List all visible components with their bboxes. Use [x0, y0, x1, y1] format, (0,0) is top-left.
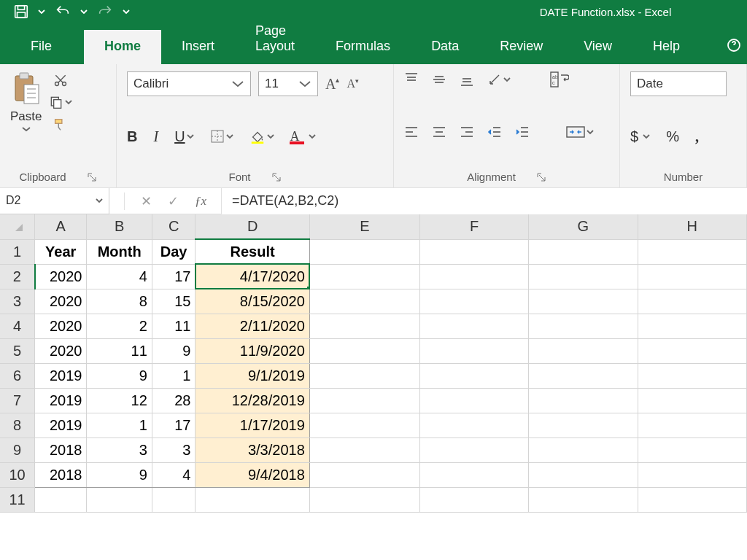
cell[interactable]: [419, 388, 528, 413]
cell[interactable]: 17: [152, 264, 196, 289]
cell[interactable]: Year: [35, 239, 87, 264]
col-header-E[interactable]: E: [309, 214, 419, 239]
undo-dropdown[interactable]: [80, 8, 88, 15]
cell[interactable]: 2018: [35, 462, 87, 487]
align-top-icon[interactable]: [404, 72, 419, 87]
cell[interactable]: [309, 487, 419, 512]
italic-button[interactable]: I: [153, 128, 158, 145]
number-format-combo[interactable]: Date: [630, 71, 727, 96]
cell[interactable]: [419, 487, 528, 512]
cell[interactable]: [419, 289, 528, 314]
qat-customize-dropdown[interactable]: [123, 8, 130, 15]
increase-indent-icon[interactable]: [515, 125, 530, 139]
cell[interactable]: [529, 314, 638, 338]
row-header[interactable]: 5: [0, 338, 35, 363]
cell[interactable]: [638, 314, 746, 338]
cell[interactable]: 17: [152, 413, 196, 438]
cell[interactable]: Result: [196, 239, 309, 264]
cell[interactable]: [529, 388, 638, 413]
cell[interactable]: [529, 438, 638, 462]
row-header[interactable]: 7: [0, 388, 35, 413]
cell[interactable]: [529, 289, 638, 314]
tab-review[interactable]: Review: [479, 30, 563, 64]
decrease-indent-icon[interactable]: [487, 125, 502, 139]
cell[interactable]: [419, 314, 528, 338]
cell[interactable]: [419, 239, 528, 264]
cell[interactable]: [529, 338, 638, 363]
col-header-F[interactable]: F: [419, 214, 528, 239]
cell[interactable]: [309, 239, 419, 264]
cell[interactable]: 2/11/2020: [196, 314, 309, 338]
cell[interactable]: [529, 264, 638, 289]
underline-button[interactable]: U: [174, 128, 193, 145]
cell[interactable]: [309, 438, 419, 462]
cell[interactable]: [638, 264, 746, 289]
tab-help[interactable]: Help: [632, 30, 700, 64]
tell-me-button[interactable]: T: [725, 36, 747, 64]
cell[interactable]: 9/4/2018: [196, 462, 309, 487]
cell[interactable]: [638, 239, 746, 264]
cell[interactable]: Month: [87, 239, 152, 264]
cell[interactable]: [309, 363, 419, 388]
font-size-combo[interactable]: 11: [258, 71, 318, 96]
qat-save-dropdown[interactable]: [38, 8, 45, 15]
cell[interactable]: 9: [152, 338, 196, 363]
cell[interactable]: 3: [87, 438, 152, 462]
cell[interactable]: [309, 462, 419, 487]
merge-center-button[interactable]: [566, 125, 594, 139]
cell[interactable]: [419, 264, 528, 289]
cell[interactable]: 2: [87, 314, 152, 338]
font-name-combo[interactable]: Calibri: [127, 71, 251, 96]
enter-formula-icon[interactable]: ✓: [168, 193, 179, 209]
cell[interactable]: [638, 388, 746, 413]
cell[interactable]: [309, 289, 419, 314]
tab-formulas[interactable]: Formulas: [315, 30, 411, 64]
cell[interactable]: Day: [152, 239, 196, 264]
cell[interactable]: [638, 338, 746, 363]
comma-style-button[interactable]: ,: [695, 128, 699, 145]
align-right-icon[interactable]: [460, 125, 474, 139]
col-header-B[interactable]: B: [87, 214, 152, 239]
cell[interactable]: 2020: [35, 314, 87, 338]
cell[interactable]: 15: [152, 289, 196, 314]
cell[interactable]: [529, 487, 638, 512]
cell[interactable]: 9: [87, 462, 152, 487]
row-header[interactable]: 11: [0, 487, 35, 512]
cell[interactable]: 2019: [35, 413, 87, 438]
tab-data[interactable]: Data: [411, 30, 479, 64]
align-center-icon[interactable]: [432, 125, 446, 139]
select-all-corner[interactable]: [0, 214, 35, 239]
cell[interactable]: 2019: [35, 363, 87, 388]
cell[interactable]: 2020: [35, 338, 87, 363]
col-header-C[interactable]: C: [152, 214, 196, 239]
tab-file[interactable]: File: [16, 30, 84, 64]
bold-button[interactable]: B: [127, 128, 137, 145]
cell[interactable]: [638, 438, 746, 462]
row-header[interactable]: 4: [0, 314, 35, 338]
orientation-button[interactable]: [487, 72, 511, 87]
row-header[interactable]: 6: [0, 363, 35, 388]
align-middle-icon[interactable]: [432, 72, 446, 87]
cell[interactable]: [309, 388, 419, 413]
align-bottom-icon[interactable]: [460, 72, 474, 87]
tab-insert[interactable]: Insert: [161, 30, 235, 64]
cell[interactable]: 2018: [35, 438, 87, 462]
cell[interactable]: [309, 314, 419, 338]
cell[interactable]: 2020: [35, 264, 87, 289]
cell[interactable]: 28: [152, 388, 196, 413]
cell[interactable]: [309, 338, 419, 363]
row-header[interactable]: 2: [0, 264, 35, 289]
cell[interactable]: 11/9/2020: [196, 338, 309, 363]
cell[interactable]: 12: [87, 388, 152, 413]
cell[interactable]: 9: [87, 363, 152, 388]
cell[interactable]: 3: [152, 438, 196, 462]
fill-color-button[interactable]: [249, 128, 274, 144]
align-left-icon[interactable]: [404, 125, 419, 139]
cell[interactable]: 1: [152, 363, 196, 388]
cell[interactable]: [419, 413, 528, 438]
cell[interactable]: 1: [87, 413, 152, 438]
cell[interactable]: [87, 487, 152, 512]
cell[interactable]: [309, 413, 419, 438]
cell[interactable]: 3/3/2018: [196, 438, 309, 462]
paste-button[interactable]: Paste: [10, 71, 42, 133]
